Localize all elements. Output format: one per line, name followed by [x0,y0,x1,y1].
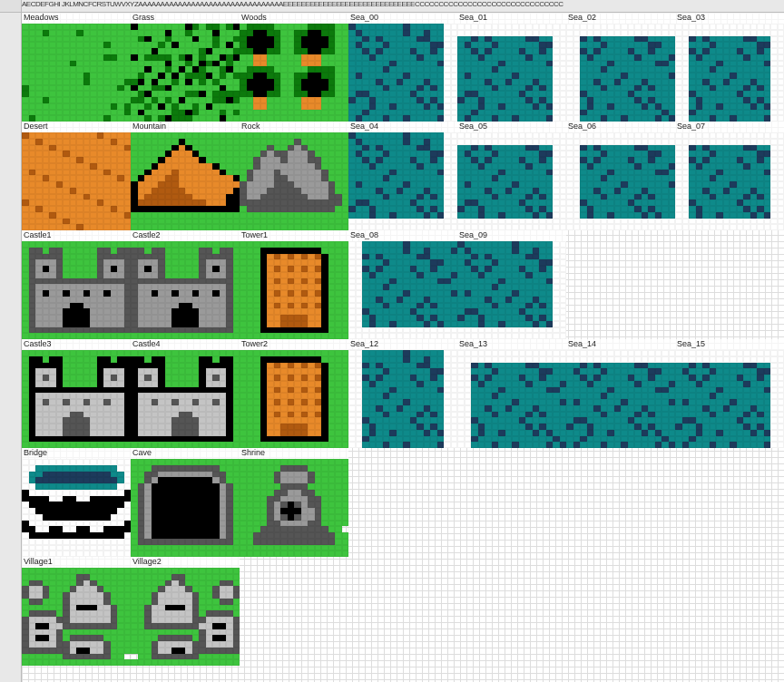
tile-art[interactable] [22,132,131,230]
empty-cell[interactable] [566,448,675,557]
empty-cell[interactable] [566,230,675,339]
tile-sea-12[interactable]: Sea_12 [348,339,457,448]
tile-art[interactable] [348,132,457,230]
tile-label: Woods [240,13,348,24]
tile-village-2[interactable]: Village2 [131,557,240,666]
tile-castle-4[interactable]: Castle4 [131,339,240,448]
tile-label: Sea_00 [348,13,457,24]
empty-cell[interactable] [348,448,457,557]
tile-shrine[interactable]: Shrine [240,448,348,557]
tile-sea-9[interactable]: Sea_09 [457,230,566,339]
tile-art[interactable] [131,132,240,230]
tile-sea-6[interactable]: Sea_06 [566,122,675,230]
tile-art[interactable] [457,24,566,122]
tile-art[interactable] [348,350,457,448]
tile-sea-0[interactable]: Sea_00 [348,13,457,122]
tile-row: DesertMountainRockSea_04Sea_05Sea_06Sea_… [22,122,784,230]
tile-desert[interactable]: Desert [22,122,131,230]
cell-grid[interactable]: MeadowsGrassWoodsSea_00Sea_01Sea_02Sea_0… [22,13,784,682]
tile-castle-3[interactable]: Castle3 [22,339,131,448]
tile-art[interactable] [348,24,457,122]
tile-row: Village1Village2 [22,557,784,666]
tile-label: Mountain [131,122,240,132]
empty-cell[interactable] [675,230,784,339]
tile-art[interactable] [131,568,240,666]
tile-tower-1[interactable]: Tower1 [240,230,348,339]
tile-village-1[interactable]: Village1 [22,557,131,666]
tile-art[interactable] [457,350,566,448]
tile-grass[interactable]: Grass [131,13,240,122]
empty-cell[interactable] [566,557,675,666]
tile-label: Village1 [22,557,131,568]
tile-sea-1[interactable]: Sea_01 [457,13,566,122]
tile-castle-2[interactable]: Castle2 [131,230,240,339]
tile-cave[interactable]: Cave [131,448,240,557]
tile-mountain[interactable]: Mountain [131,122,240,230]
tile-art[interactable] [131,241,240,339]
empty-cell[interactable] [348,557,457,666]
tile-label: Tower2 [240,339,348,350]
tile-woods[interactable]: Woods [240,13,348,122]
tile-art[interactable] [675,350,784,448]
tile-art[interactable] [131,459,240,557]
tile-row: Castle1Castle2Tower1Sea_08Sea_09 [22,230,784,339]
tile-art[interactable] [22,568,131,666]
tile-sea-13[interactable]: Sea_13 [457,339,566,448]
empty-cell[interactable] [457,557,566,666]
tile-label: Shrine [240,448,348,459]
tile-label: Sea_01 [457,13,566,24]
tile-sea-4[interactable]: Sea_04 [348,122,457,230]
tile-label: Sea_03 [675,13,784,24]
tile-art[interactable] [348,241,457,339]
tile-label: Tower1 [240,230,348,241]
tile-art[interactable] [457,241,566,339]
tile-sea-8[interactable]: Sea_08 [348,230,457,339]
tile-art[interactable] [240,132,348,230]
tile-art[interactable] [240,241,348,339]
tile-art[interactable] [240,350,348,448]
tile-meadows[interactable]: Meadows [22,13,131,122]
tile-art[interactable] [22,350,131,448]
tile-art[interactable] [240,24,348,122]
column-headers[interactable]: AECDEFGHI JKLMNCFCRSTUWVXYZAAAAAAAAAAAAA… [22,0,784,13]
tile-sea-5[interactable]: Sea_05 [457,122,566,230]
spreadsheet-view: AECDEFGHI JKLMNCFCRSTUWVXYZAAAAAAAAAAAAA… [0,0,784,682]
tile-label: Sea_09 [457,230,566,241]
tile-sea-2[interactable]: Sea_02 [566,13,675,122]
tile-label: Sea_08 [348,230,457,241]
tile-sea-14[interactable]: Sea_14 [566,339,675,448]
select-all-corner[interactable] [0,0,22,13]
empty-cell[interactable] [457,448,566,557]
tile-label: Village2 [131,557,240,568]
tile-label: Desert [22,122,131,132]
tile-art[interactable] [131,350,240,448]
tile-sea-3[interactable]: Sea_03 [675,13,784,122]
empty-cell[interactable] [675,557,784,666]
tile-tower-2[interactable]: Tower2 [240,339,348,448]
tile-castle-1[interactable]: Castle1 [22,230,131,339]
tile-art[interactable] [675,24,784,122]
tile-row: MeadowsGrassWoodsSea_00Sea_01Sea_02Sea_0… [22,13,784,122]
row-headers[interactable] [0,13,22,682]
tile-art[interactable] [457,132,566,230]
tile-art[interactable] [240,459,348,557]
empty-cell[interactable] [240,557,348,666]
tile-row: BridgeCaveShrine [22,448,784,557]
tile-label: Meadows [22,13,131,24]
tile-art[interactable] [566,350,675,448]
tile-art[interactable] [566,132,675,230]
tile-sea-15[interactable]: Sea_15 [675,339,784,448]
tile-bridge[interactable]: Bridge [22,448,131,557]
tile-label: Sea_07 [675,122,784,132]
tile-art[interactable] [22,24,131,122]
tile-art[interactable] [22,241,131,339]
tile-rock[interactable]: Rock [240,122,348,230]
tile-art[interactable] [566,24,675,122]
tile-sea-7[interactable]: Sea_07 [675,122,784,230]
tile-art[interactable] [131,24,240,122]
tile-art[interactable] [675,132,784,230]
tile-art[interactable] [22,459,131,557]
tile-label: Grass [131,13,240,24]
tile-label: Sea_14 [566,339,675,350]
empty-cell[interactable] [675,448,784,557]
